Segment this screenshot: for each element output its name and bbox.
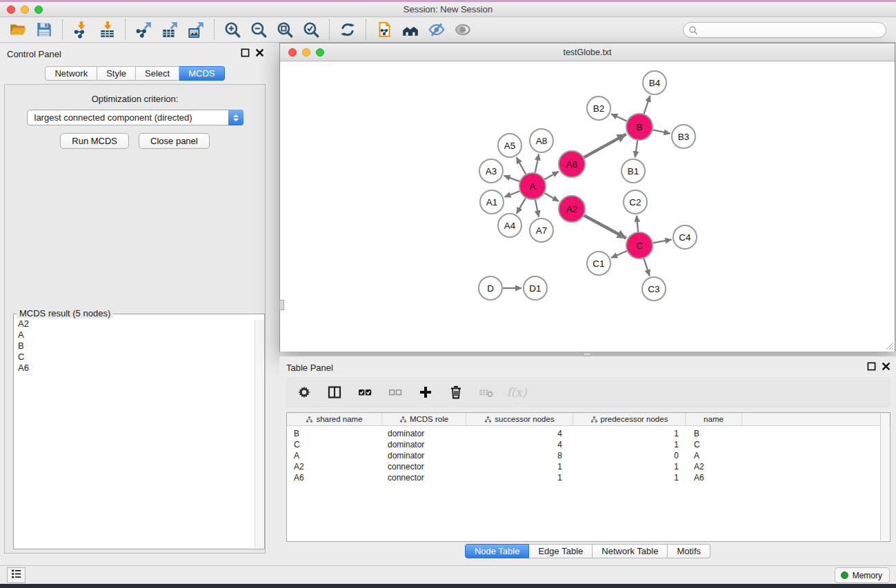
- edge-A-A5[interactable]: [517, 157, 526, 174]
- edge-A-A4[interactable]: [517, 198, 526, 213]
- float-table-panel-icon[interactable]: [867, 362, 876, 371]
- node-B2[interactable]: [587, 97, 610, 120]
- memory-button[interactable]: Memory: [835, 567, 890, 583]
- export-image-icon[interactable]: [185, 19, 207, 40]
- node-B3[interactable]: [672, 125, 695, 148]
- node-A7[interactable]: [530, 219, 553, 242]
- window-resize-grip[interactable]: [884, 341, 894, 350]
- edge-C-C1[interactable]: [611, 251, 626, 258]
- table-row[interactable]: A2connector11A2: [287, 461, 890, 472]
- table-scrollbar[interactable]: [880, 414, 889, 540]
- node-D[interactable]: [479, 276, 502, 300]
- tab-select[interactable]: Select: [136, 66, 179, 81]
- node-C4[interactable]: [673, 225, 697, 249]
- column-header-successor-nodes[interactable]: successor nodes: [466, 413, 573, 425]
- result-scrollbar[interactable]: [255, 320, 263, 548]
- zoom-fit-icon[interactable]: [274, 19, 296, 40]
- birds-eye-icon[interactable]: [452, 19, 474, 40]
- edge-C-C4[interactable]: [653, 240, 672, 243]
- home-icon[interactable]: [399, 19, 421, 40]
- save-session-icon[interactable]: [33, 19, 55, 40]
- column-header-predecessor-nodes[interactable]: predecessor nodes: [573, 413, 686, 425]
- node-A2[interactable]: [559, 196, 585, 222]
- import-network-icon[interactable]: [70, 19, 92, 40]
- network-window-titlebar[interactable]: testGlobe.txt: [280, 43, 895, 61]
- node-C3[interactable]: [642, 277, 666, 301]
- edge-A-A3[interactable]: [504, 176, 519, 181]
- float-panel-icon[interactable]: [241, 48, 250, 57]
- node-B4[interactable]: [643, 71, 666, 94]
- tab-style[interactable]: Style: [97, 66, 136, 81]
- tab-edge-table[interactable]: Edge Table: [529, 544, 593, 558]
- split-panel-icon[interactable]: [325, 383, 344, 402]
- node-A6[interactable]: [559, 151, 585, 177]
- close-panel-button[interactable]: Close panel: [139, 133, 210, 149]
- clone-network-icon[interactable]: [373, 19, 395, 40]
- divider-grip[interactable]: [279, 300, 284, 310]
- add-column-icon[interactable]: [416, 383, 435, 402]
- network-canvas[interactable]: B4B2BB3A8A5A6A3B1AA1C2A2A4A7C4CC1C3DD1: [280, 62, 895, 352]
- search-input[interactable]: [700, 23, 881, 37]
- network-graph[interactable]: B4B2BB3A8A5A6A3B1AA1C2A2A4A7C4CC1C3DD1: [280, 62, 895, 352]
- hide-graphics-icon[interactable]: [426, 19, 448, 40]
- node-A4[interactable]: [498, 214, 521, 237]
- deselect-all-icon[interactable]: [386, 383, 405, 402]
- node-C2[interactable]: [624, 190, 647, 214]
- task-history-button[interactable]: [7, 567, 26, 583]
- close-table-panel-icon[interactable]: [882, 362, 890, 371]
- node-A5[interactable]: [498, 134, 521, 157]
- column-header-mcds-role[interactable]: MCDS role: [382, 413, 466, 425]
- edge-A-A6[interactable]: [544, 172, 558, 179]
- node-A[interactable]: [519, 173, 546, 199]
- delete-column-icon[interactable]: [446, 383, 466, 402]
- close-panel-icon[interactable]: [255, 48, 264, 57]
- zoom-out-icon[interactable]: [248, 19, 270, 40]
- edge-A-A7[interactable]: [535, 200, 539, 217]
- run-mcds-button[interactable]: Run MCDS: [60, 133, 129, 149]
- export-network-icon[interactable]: [132, 19, 155, 40]
- tab-network[interactable]: Network: [45, 66, 97, 81]
- edge-B-B3[interactable]: [653, 130, 670, 133]
- result-item[interactable]: B: [18, 341, 260, 352]
- edge-C-C2[interactable]: [637, 216, 638, 232]
- table-row[interactable]: Bdominator41B: [287, 428, 890, 439]
- refresh-network-icon[interactable]: [337, 19, 359, 40]
- search-box[interactable]: [683, 22, 886, 38]
- table-row[interactable]: Adominator80A: [287, 450, 890, 461]
- edge-A2-C[interactable]: [584, 216, 626, 239]
- tab-mcds[interactable]: MCDS: [179, 66, 224, 81]
- tab-node-table[interactable]: Node Table: [465, 544, 530, 558]
- result-item[interactable]: A2: [18, 318, 260, 330]
- edge-A6-B[interactable]: [584, 134, 626, 158]
- table-row[interactable]: A6connector11A6: [287, 472, 890, 483]
- criterion-dropdown[interactable]: largest connected component (directed): [27, 110, 243, 125]
- node-A1[interactable]: [480, 190, 504, 214]
- result-item[interactable]: A: [18, 330, 260, 341]
- tab-network-table[interactable]: Network Table: [593, 544, 668, 558]
- node-B1[interactable]: [621, 159, 645, 183]
- zoom-in-icon[interactable]: [221, 19, 243, 40]
- edge-B-B4[interactable]: [644, 96, 650, 114]
- node-B[interactable]: [626, 114, 653, 140]
- open-file-icon[interactable]: [7, 19, 29, 40]
- column-header-shared-name[interactable]: shared name: [287, 413, 382, 425]
- edge-B-B1[interactable]: [635, 141, 637, 157]
- edge-C-C3[interactable]: [644, 258, 649, 276]
- table-row[interactable]: Cdominator41C: [287, 439, 890, 450]
- node-C[interactable]: [626, 232, 653, 258]
- import-table-icon[interactable]: [96, 19, 118, 40]
- node-A8[interactable]: [530, 129, 553, 152]
- node-A3[interactable]: [479, 159, 503, 183]
- select-all-icon[interactable]: [355, 383, 375, 402]
- column-header-name[interactable]: name: [686, 413, 742, 425]
- export-table-icon[interactable]: [159, 19, 181, 40]
- result-item[interactable]: C: [18, 352, 260, 363]
- edge-A-A1[interactable]: [505, 191, 520, 196]
- edge-A-A8[interactable]: [535, 154, 539, 173]
- zoom-selected-icon[interactable]: [300, 19, 322, 40]
- table-settings-icon[interactable]: [295, 383, 314, 402]
- tab-motifs[interactable]: Motifs: [668, 544, 710, 558]
- node-D1[interactable]: [524, 276, 547, 300]
- edge-B-B2[interactable]: [611, 114, 627, 121]
- node-C1[interactable]: [587, 252, 610, 275]
